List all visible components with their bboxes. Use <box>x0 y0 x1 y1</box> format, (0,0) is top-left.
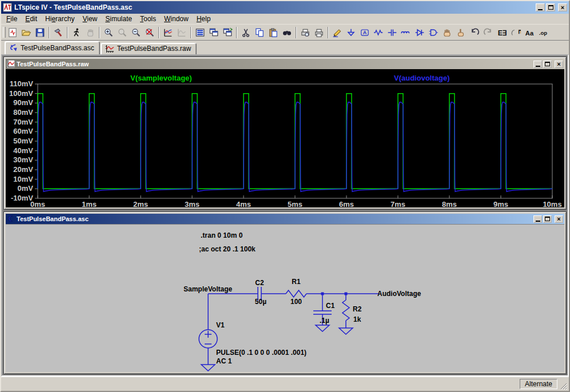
undo-button[interactable] <box>468 26 481 39</box>
r1-ref[interactable]: R1 <box>292 278 301 286</box>
find-button[interactable] <box>280 26 294 39</box>
resize-grip[interactable] <box>560 382 567 390</box>
waveform-minimize-button[interactable] <box>533 61 542 68</box>
menu-tools[interactable]: Tools <box>136 14 160 24</box>
schematic-maximize-button[interactable] <box>543 215 552 223</box>
x-tick-label: 8ms <box>442 200 457 207</box>
text-button[interactable]: Aa <box>523 26 536 39</box>
y-tick-label: 70mV <box>13 118 33 126</box>
x-tick-label: 10ms <box>543 200 561 207</box>
waveform-window: TestPulseBandPass.raw × V(samplevoltage)… <box>3 57 567 210</box>
v1-value[interactable]: PULSE(0 .1 0 0 0 .0001 .001) <box>216 349 306 357</box>
menu-help[interactable]: Help <box>193 14 215 24</box>
waveform-plot[interactable]: V(samplevoltage)V(audiovoltage)110mV100m… <box>6 69 564 207</box>
zoom-extents-button[interactable] <box>143 26 157 39</box>
cut-button[interactable] <box>239 26 253 39</box>
copy-button[interactable] <box>253 26 266 39</box>
ac-directive[interactable]: ;ac oct 20 .1 100k <box>199 245 256 253</box>
y-tick-label: 10mV <box>13 175 33 183</box>
menu-view[interactable]: View <box>78 14 101 24</box>
text-icon: Aa <box>524 27 535 38</box>
zoom-out-icon <box>131 27 141 38</box>
ground-symbol[interactable] <box>201 365 215 371</box>
svg-text:.op: .op <box>539 29 547 35</box>
minimize-button[interactable] <box>536 3 545 11</box>
schematic-window-titlebar[interactable]: TestPulseBandPass.asc × <box>6 214 564 224</box>
open-button[interactable] <box>19 26 33 39</box>
legend-audiovoltage[interactable]: V(audiovoltage) <box>394 74 450 82</box>
net-label-audiovoltage[interactable]: AudioVoltage <box>377 290 421 298</box>
netlist-icon <box>195 27 205 38</box>
tile-icon <box>222 27 233 38</box>
print-button[interactable] <box>312 26 326 39</box>
waveform-maximize-button[interactable] <box>543 61 552 68</box>
menu-simulate[interactable]: Simulate <box>101 14 136 24</box>
zoom-out-button[interactable] <box>129 26 143 39</box>
v1-ref[interactable]: V1 <box>216 321 225 329</box>
inductor-icon <box>401 27 411 38</box>
r2-value[interactable]: 1k <box>353 315 361 323</box>
control-panel-button[interactable] <box>51 26 65 39</box>
schematic-canvas[interactable]: .tran 0 10m 0;ac oct 20 .1 100kSampleVol… <box>6 224 564 372</box>
spice-directive-button[interactable]: .op <box>536 26 550 39</box>
save-button[interactable] <box>33 26 47 39</box>
menu-file[interactable]: File <box>2 14 21 24</box>
diode-button[interactable] <box>413 26 426 39</box>
tran-directive[interactable]: .tran 0 10m 0 <box>201 231 243 239</box>
schematic-minimize-button[interactable] <box>533 215 542 223</box>
menu-edit[interactable]: Edit <box>21 14 41 24</box>
mirror-button[interactable]: E∃ <box>495 26 509 39</box>
c1-value[interactable]: .1µ <box>320 317 329 325</box>
svg-text:Aa: Aa <box>525 29 534 36</box>
maximize-button[interactable] <box>546 3 555 11</box>
ground-symbol[interactable] <box>339 328 353 334</box>
component-button[interactable] <box>426 26 440 39</box>
x-tick-label: 0ms <box>30 200 45 207</box>
r2-ref[interactable]: R2 <box>353 305 362 313</box>
label-button[interactable]: A <box>358 26 372 39</box>
schematic-tab-icon <box>9 43 18 52</box>
netlist-button[interactable] <box>193 26 207 39</box>
zoom-in-button[interactable] <box>102 26 115 39</box>
inductor-button[interactable] <box>399 26 413 39</box>
tile-button[interactable] <box>221 26 234 39</box>
tab-label: TestPulseBandPass.asc <box>21 44 94 52</box>
c2-value[interactable]: 50µ <box>255 298 266 306</box>
capacitor-button[interactable] <box>385 26 399 39</box>
r1-value[interactable]: 100 <box>290 298 302 306</box>
paste-icon <box>268 27 278 38</box>
y-tick-label: 30mV <box>13 155 33 164</box>
c1-ref[interactable]: C1 <box>326 302 335 310</box>
ground-button[interactable] <box>344 26 358 39</box>
c2-ref[interactable]: C2 <box>255 279 264 287</box>
menu-hierarchy[interactable]: Hierarchy <box>41 14 78 24</box>
rotate-button[interactable]: E <box>509 26 523 39</box>
schematic-close-button[interactable]: × <box>555 215 563 223</box>
tab-testpulsebandpass.raw[interactable]: TestPulseBandPass.raw <box>101 43 197 54</box>
resistor-button[interactable] <box>372 26 385 39</box>
tab-testpulsebandpass.asc[interactable]: TestPulseBandPass.asc <box>5 41 100 54</box>
legend-samplevoltage[interactable]: V(samplevoltage) <box>130 74 192 82</box>
cut-icon <box>241 27 251 38</box>
cascade-button[interactable] <box>207 26 221 39</box>
x-tick-label: 5ms <box>288 200 302 207</box>
ground-symbol[interactable] <box>316 325 329 331</box>
close-button[interactable]: × <box>558 3 567 11</box>
move-button[interactable] <box>440 26 454 39</box>
net-label-samplevoltage[interactable]: SampleVoltage <box>184 285 232 293</box>
paste-button[interactable] <box>266 26 280 39</box>
v1-ac-value[interactable]: AC 1 <box>216 357 232 365</box>
new-schematic-button[interactable] <box>6 26 19 39</box>
rotate-icon: E <box>511 27 521 38</box>
run-button[interactable] <box>70 26 83 39</box>
autorange-button[interactable] <box>161 26 175 39</box>
waveform-window-titlebar[interactable]: TestPulseBandPass.raw × <box>6 59 564 69</box>
waveform-close-button[interactable]: × <box>555 61 563 68</box>
title-bar[interactable]: LTspice IV - TestPulseBandPass.asc × <box>1 1 569 14</box>
wire-button[interactable] <box>330 26 344 39</box>
menu-window[interactable]: Window <box>160 14 193 24</box>
drag-button[interactable] <box>454 26 468 39</box>
print-preview-button[interactable] <box>298 26 312 39</box>
copy-icon <box>254 27 265 38</box>
tab-label: TestPulseBandPass.raw <box>117 45 191 53</box>
